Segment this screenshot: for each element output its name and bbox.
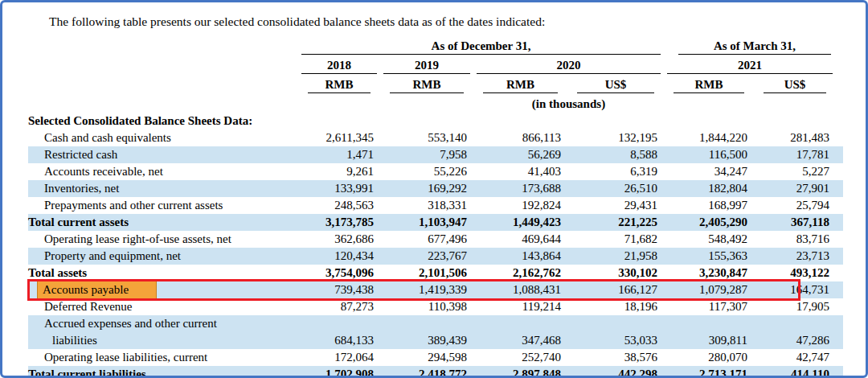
cell-value: 2,611,345 <box>298 129 380 146</box>
currency-header-rmb-2020: RMB <box>483 76 558 93</box>
cell-value: 34,247 <box>664 163 754 180</box>
cell-value: 56,269 <box>473 146 567 163</box>
cell-value: 281,483 <box>754 129 836 146</box>
currency-header-usd-2021: US$ <box>764 76 826 93</box>
cell-value: 1,844,220 <box>664 129 754 146</box>
cell-value: 55,226 <box>380 163 473 180</box>
cell-value: 6,319 <box>567 163 664 180</box>
cell-value: 3,754,096 <box>298 265 380 281</box>
cell-value: 1,103,947 <box>380 214 473 231</box>
row-label: Accrued expenses and other currentliabil… <box>28 315 298 349</box>
cell-value: 548,492 <box>664 231 754 248</box>
cell-value: 27,901 <box>754 180 836 197</box>
cell-value: 168,997 <box>664 197 754 214</box>
cell-value: 866,113 <box>473 129 567 146</box>
units-row: (in thousands) <box>28 96 843 112</box>
cell-value: 23,713 <box>754 248 836 265</box>
section-title: Selected Consolidated Balance Sheets Dat… <box>28 113 836 129</box>
row-label: Operating lease liabilities, current <box>28 349 298 366</box>
cell-value: 87,273 <box>298 298 380 315</box>
col-group-december-31: As of December 31, <box>301 38 661 55</box>
currency-header-rmb-2021: RMB <box>674 76 744 93</box>
table-body: Cash and cash equivalents2,611,345553,14… <box>28 129 843 378</box>
intro-paragraph: The following table presents our selecte… <box>49 14 850 29</box>
cell-value: 1,449,423 <box>473 214 567 231</box>
cell-value: 172,064 <box>298 349 380 366</box>
cell-value: 684,133 <box>298 332 380 349</box>
cell-value: 164,731 <box>754 281 836 298</box>
cell-value: 389,439 <box>380 332 473 349</box>
currency-header-rmb-2019: RMB <box>390 76 464 93</box>
cell-value: 9,261 <box>298 163 380 180</box>
cell-value: 739,438 <box>298 281 380 298</box>
cell-value: 41,403 <box>473 163 567 180</box>
cell-value: 2,713,171 <box>664 366 754 378</box>
cell-value: 173,688 <box>473 180 567 197</box>
cell-value: 182,804 <box>664 180 754 197</box>
cell-value: 2,418,772 <box>380 366 473 378</box>
cell-value: 116,500 <box>664 146 754 163</box>
year-header-2018: 2018 <box>301 57 377 74</box>
cell-value: 318,331 <box>380 197 473 214</box>
year-header-2021: 2021 <box>667 57 833 74</box>
row-label: Accounts payable <box>28 281 298 298</box>
cell-value: 1,702,908 <box>298 366 380 378</box>
cell-value: 2,101,506 <box>380 265 473 281</box>
row-label: Restricted cash <box>28 146 298 163</box>
cell-value: 53,033 <box>567 332 664 349</box>
cell-value: 155,363 <box>664 248 754 265</box>
cell-value: 71,682 <box>567 231 664 248</box>
cell-value: 1,471 <box>298 146 380 163</box>
table-row: Total current assets3,173,7851,103,9471,… <box>28 214 843 231</box>
cell-value: 2,405,290 <box>664 214 754 231</box>
cell-value: 3,230,847 <box>664 265 754 281</box>
table-row: Property and equipment, net120,434223,76… <box>28 248 843 265</box>
row-label: Deferred Revenue <box>28 298 298 315</box>
currency-header-rmb-2018: RMB <box>308 76 371 93</box>
year-header-2020: 2020 <box>477 57 661 74</box>
row-label: Cash and cash equivalents <box>28 129 298 146</box>
cell-value: 29,431 <box>567 197 664 214</box>
row-label: Total current liabilities <box>28 366 298 378</box>
row-label: Accounts receivable, net <box>28 163 298 180</box>
table-row-accounts-payable: Accounts payable739,4381,419,3391,088,43… <box>28 281 843 298</box>
cell-value: 294,598 <box>380 349 473 366</box>
cell-value: 367,118 <box>754 214 836 231</box>
cell-value: 553,140 <box>380 129 473 146</box>
table-row: Inventories, net133,991169,292173,68826,… <box>28 180 843 197</box>
table-row: Accrued expenses and other currentliabil… <box>28 315 843 349</box>
annotation-orange-highlight: Accounts payable <box>38 281 156 298</box>
cell-value: 309,811 <box>664 332 754 349</box>
table-row: Cash and cash equivalents2,611,345553,14… <box>28 129 843 146</box>
cell-value: 119,214 <box>473 298 567 315</box>
cell-value: 280,070 <box>664 349 754 366</box>
cell-value: 1,088,431 <box>473 281 567 298</box>
cell-value: 221,225 <box>567 214 664 231</box>
year-header-2019: 2019 <box>383 57 470 74</box>
cell-value: 347,468 <box>473 332 567 349</box>
row-label: Total current assets <box>28 214 298 231</box>
cell-value: 132,195 <box>567 129 664 146</box>
cell-value: 5,227 <box>754 163 836 180</box>
row-label: Inventories, net <box>28 180 298 197</box>
cell-value: 42,747 <box>754 349 836 366</box>
cell-value: 252,740 <box>473 349 567 366</box>
cell-value: 248,563 <box>298 197 380 214</box>
table-row: Total assets3,754,0962,101,5062,162,7623… <box>28 265 843 281</box>
cell-value: 133,991 <box>298 180 380 197</box>
cell-value: 362,686 <box>298 231 380 248</box>
cell-value: 117,307 <box>664 298 754 315</box>
cell-value: 18,196 <box>567 298 664 315</box>
cell-value: 38,576 <box>567 349 664 366</box>
row-label: Total assets <box>28 265 298 281</box>
currency-header-row: RMB RMB RMB US$ RMB US$ <box>28 76 843 93</box>
table-row: Restricted cash1,4717,95856,2698,588116,… <box>28 146 843 163</box>
cell-value: 166,127 <box>567 281 664 298</box>
table-row: Total current liabilities1,702,9082,418,… <box>28 366 843 378</box>
cell-value: 120,434 <box>298 248 380 265</box>
cell-value: 17,905 <box>754 298 836 315</box>
section-title-row: Selected Consolidated Balance Sheets Dat… <box>28 113 843 129</box>
table-row: Deferred Revenue87,273110,398119,21418,1… <box>28 298 843 315</box>
cell-value: 110,398 <box>380 298 473 315</box>
col-group-march-31: As of March 31, <box>678 38 831 55</box>
